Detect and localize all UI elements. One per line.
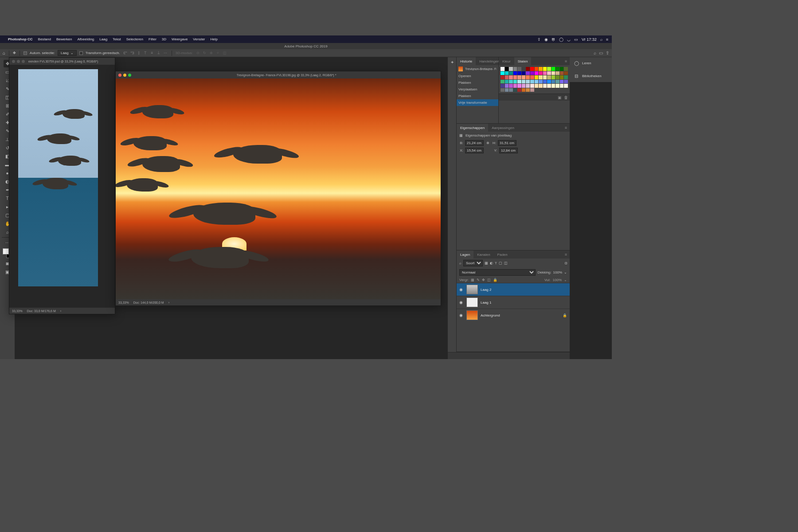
swatch[interactable] <box>526 75 530 79</box>
swatch[interactable] <box>535 84 539 88</box>
filter-toggle[interactable]: ◘ <box>565 261 567 265</box>
document-window-1[interactable]: eenden FVL30759.psd @ 33,3% (Laag 0, RGB… <box>9 57 115 314</box>
swatch[interactable] <box>517 88 521 92</box>
swatch[interactable] <box>517 75 521 79</box>
adjustments-tab[interactable]: Aanpassingen <box>488 124 518 132</box>
swatch[interactable] <box>555 67 559 71</box>
menu-image[interactable]: Afbeelding <box>77 37 94 41</box>
swatch[interactable] <box>517 67 521 71</box>
visibility-icon[interactable]: ◉ <box>459 300 464 305</box>
swatch[interactable] <box>505 71 509 75</box>
visibility-icon[interactable]: ◉ <box>459 313 464 317</box>
swatch[interactable] <box>530 84 534 88</box>
swatch[interactable] <box>535 67 539 71</box>
layer-row[interactable]: ◉ Laag 2 <box>457 283 570 296</box>
swatch[interactable] <box>505 67 509 71</box>
fill-value[interactable]: 100% <box>553 278 562 282</box>
paths-tab[interactable]: Paden <box>494 250 511 258</box>
swatch[interactable] <box>539 67 543 71</box>
swatch[interactable] <box>522 88 526 92</box>
lock-nest-icon[interactable]: ◫ <box>487 278 491 282</box>
swatch[interactable] <box>552 67 555 71</box>
swatch[interactable] <box>543 75 547 79</box>
swatch[interactable] <box>526 67 530 71</box>
swatch[interactable] <box>505 88 509 92</box>
menu-help[interactable]: Help <box>211 37 218 41</box>
auto-select-target[interactable]: Laag⌄ <box>58 50 77 56</box>
doc2-chevron[interactable]: › <box>168 301 169 304</box>
swatch[interactable] <box>517 71 521 75</box>
layers-menu-icon[interactable]: ≡ <box>562 252 570 257</box>
layer-row[interactable]: ◉ Achtergrond 🔒 <box>457 309 570 321</box>
filter-adj-icon[interactable]: ◐ <box>490 261 493 265</box>
swatch[interactable] <box>513 88 517 92</box>
user-icon[interactable]: ◯ <box>559 37 563 42</box>
swatch[interactable] <box>522 71 526 75</box>
align-vcenter-icon[interactable]: ≡ <box>149 51 155 56</box>
new-swatch-icon[interactable]: ▣ <box>558 95 562 100</box>
swatch[interactable] <box>535 80 539 84</box>
workspace-icon[interactable]: ▭ <box>599 51 603 55</box>
swatch[interactable] <box>547 71 551 75</box>
swatch[interactable] <box>543 84 547 88</box>
swatch[interactable] <box>539 84 543 88</box>
swatch[interactable] <box>564 71 568 75</box>
swatch[interactable] <box>560 67 564 71</box>
swatch[interactable] <box>543 71 547 75</box>
layers-tab[interactable]: Lagen <box>457 250 473 258</box>
swatch[interactable] <box>530 67 534 71</box>
swatch[interactable] <box>560 71 564 75</box>
swatch[interactable] <box>509 71 513 75</box>
doc2-docsize[interactable]: Doc: 144,0 M/200,0 M <box>133 301 164 304</box>
menu-text[interactable]: Tekst <box>113 37 121 41</box>
swatch[interactable] <box>560 80 564 84</box>
align-left-icon[interactable]: ⫍ <box>123 51 128 56</box>
swatch[interactable] <box>513 71 517 75</box>
doc1-chevron[interactable]: › <box>60 309 61 313</box>
swatch[interactable] <box>509 67 513 71</box>
y-field[interactable] <box>499 148 518 153</box>
swatch[interactable] <box>513 84 517 88</box>
spotlight-icon[interactable]: ⌕ <box>600 37 602 42</box>
foreground-color[interactable] <box>3 248 9 254</box>
swatch[interactable] <box>522 84 526 88</box>
swatch[interactable] <box>552 80 555 84</box>
swatch[interactable] <box>501 84 505 88</box>
swatch[interactable] <box>547 67 551 71</box>
history-step[interactable]: Plakken <box>457 79 498 86</box>
history-step[interactable]: Verplaatsen <box>457 86 498 93</box>
auto-select-checkbox[interactable] <box>23 51 27 55</box>
swatch[interactable] <box>509 75 513 79</box>
swatch[interactable] <box>543 80 547 84</box>
doc1-canvas[interactable] <box>9 65 115 308</box>
swatch[interactable] <box>513 80 517 84</box>
layer-thumb[interactable] <box>466 285 478 294</box>
swatch[interactable] <box>513 75 517 79</box>
swatch[interactable] <box>543 67 547 71</box>
filter-kind-icon[interactable]: ⌕ <box>459 261 462 265</box>
swatch[interactable] <box>505 80 509 84</box>
height-field[interactable] <box>498 140 516 146</box>
swatch[interactable] <box>564 80 568 84</box>
search-icon[interactable]: ⌕ <box>594 51 596 55</box>
swatch[interactable] <box>522 67 526 71</box>
doc1-docsize[interactable]: Doc: 33,0 M/176,6 M <box>27 309 56 313</box>
swatch[interactable] <box>564 67 568 71</box>
link-icon[interactable]: ⊗ <box>486 141 489 145</box>
panel-icon[interactable]: ✦ <box>449 60 455 66</box>
swatch[interactable] <box>547 84 551 88</box>
swatch[interactable] <box>509 88 513 92</box>
menu-window[interactable]: Venster <box>193 37 205 41</box>
swatch[interactable] <box>526 84 530 88</box>
history-step-current[interactable]: Vrije transformatie <box>457 99 498 106</box>
swatch[interactable] <box>505 75 509 79</box>
swatch[interactable] <box>530 88 534 92</box>
swatch[interactable] <box>501 80 505 84</box>
swatch[interactable] <box>526 88 530 92</box>
swatch[interactable] <box>526 71 530 75</box>
history-tab[interactable]: Historie <box>457 57 476 65</box>
doc2-canvas[interactable] <box>116 78 441 299</box>
app-name[interactable]: Photoshop CC <box>8 37 33 41</box>
opacity-value[interactable]: 100% <box>553 270 562 274</box>
swatch[interactable] <box>555 75 559 79</box>
